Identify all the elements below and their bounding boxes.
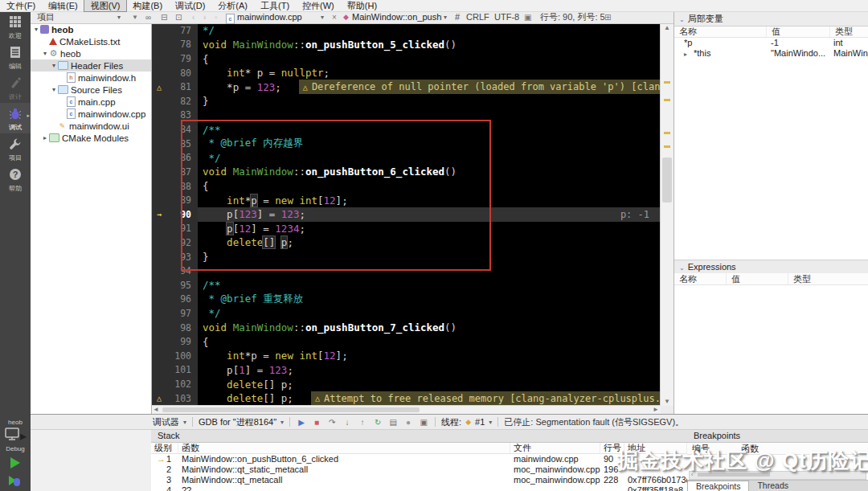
gutter[interactable]: 77	[151, 23, 198, 38]
column-header-2[interactable]: 文件	[510, 443, 600, 453]
scrollbar-thumb[interactable]	[662, 158, 672, 203]
stack-frame-row[interactable]: 4??0x7fff35ff18a8	[151, 485, 687, 491]
editor-options-icon[interactable]: ▣	[524, 11, 531, 23]
local-variable-row[interactable]: *p-1int	[674, 38, 868, 48]
split-editor-icon[interactable]: ⊞	[604, 11, 611, 23]
code-text[interactable]: }	[198, 250, 661, 264]
gutter[interactable]: →90	[151, 207, 198, 222]
stop-icon[interactable]: ■	[311, 418, 322, 427]
code-text[interactable]	[198, 108, 661, 123]
tree-item-cmakelists.txt[interactable]: CMakeLists.txt	[31, 35, 151, 47]
scroll-right-icon[interactable]: ►	[651, 406, 661, 414]
column-header-1[interactable]: 函数	[178, 443, 510, 453]
gutter[interactable]: 84	[151, 122, 198, 137]
step-into-icon[interactable]: ↓	[342, 418, 353, 427]
code-text[interactable]: {	[198, 51, 661, 66]
kit-selector-monitor-icon[interactable]: ▸	[4, 428, 27, 444]
menu-item-9[interactable]: 帮助(H)	[341, 0, 383, 11]
close-pane-icon[interactable]: ⊡	[175, 11, 182, 23]
code-text[interactable]: /**	[198, 278, 661, 293]
encoding-indicator[interactable]: UTF-8	[494, 11, 519, 23]
column-header-1[interactable]: 值	[727, 273, 788, 284]
expander-open-icon[interactable]: ▾	[50, 62, 58, 69]
menu-item-6[interactable]: 分析(A)	[211, 0, 254, 11]
code-text[interactable]: * @brief 重复释放	[198, 293, 661, 307]
column-header-1[interactable]: 函数	[736, 443, 868, 454]
code-text[interactable]: *p = 123;△Dereference of null pointer (l…	[198, 80, 661, 94]
code-text[interactable]: {	[198, 179, 661, 194]
gutter[interactable]: 98	[151, 321, 198, 335]
expand-icon[interactable]: ▸	[679, 51, 687, 58]
sidebar-mode-欢迎[interactable]: 欢迎	[0, 11, 31, 42]
run-button[interactable]	[10, 457, 20, 468]
column-header-4[interactable]: 地址	[624, 443, 687, 453]
code-text[interactable]: */	[198, 150, 661, 165]
tree-item-header-files[interactable]: ▾Header Files	[31, 59, 151, 72]
column-header-0[interactable]: 级别	[151, 443, 178, 453]
symbol-combo-caret-icon[interactable]: ▾	[444, 11, 447, 23]
open-file-combo[interactable]: mainwindow.cpp	[237, 11, 319, 23]
menu-item-8[interactable]: 控件(W)	[296, 0, 341, 11]
gutter[interactable]: 91	[151, 222, 198, 236]
scroll-left-icon[interactable]: ◄	[151, 406, 161, 414]
scroll-left-icon[interactable]: ‹	[690, 472, 693, 478]
gutter[interactable]: 94	[151, 264, 198, 278]
gutter[interactable]: 86	[151, 150, 198, 165]
local-variable-row[interactable]: ▸*this"MainWindo...MainWindo...	[674, 48, 868, 59]
scrollbar-thumb[interactable]	[698, 473, 770, 477]
code-text[interactable]: delete[] p;△Attempt to free released mem…	[198, 391, 661, 406]
tab-breakpoints[interactable]: Breakpoints	[687, 481, 749, 491]
code-text[interactable]: delete[] p;	[198, 235, 661, 250]
gutter[interactable]: 93	[151, 250, 198, 264]
sidebar-mode-帮助[interactable]: ?帮助	[0, 164, 31, 194]
menu-item-3[interactable]: 视图(V)	[84, 0, 127, 11]
symbol-combo[interactable]: MainWindow::on_pushButton_6_cl...	[352, 11, 442, 23]
stack-frame-row[interactable]: 3MainWindow::qt_metacallmoc_mainwindow.c…	[151, 475, 687, 485]
step-out-icon[interactable]: ↑	[357, 418, 368, 427]
gutter[interactable]: 83	[151, 108, 198, 123]
pane-selector-caret-icon[interactable]: ▾	[117, 11, 121, 23]
gutter[interactable]: 87	[151, 165, 198, 179]
source-list-icon[interactable]: ▤	[387, 418, 399, 427]
restart-icon[interactable]: ↻	[372, 418, 383, 427]
sidebar-mode-调试[interactable]: 调试▸	[0, 103, 31, 133]
scrollbar-thumb[interactable]	[162, 407, 420, 412]
column-header-1[interactable]: 值	[767, 26, 830, 37]
menu-item-5[interactable]: 调试(D)	[169, 0, 211, 11]
locals-pane-header[interactable]: ⌄局部变量	[674, 11, 868, 27]
code-text[interactable]: p[123] = 123;p: -1	[198, 207, 661, 222]
code-text[interactable]: void MainWindow::on_pushButton_7_clicked…	[198, 321, 661, 335]
menu-item-4[interactable]: 构建(B)	[126, 0, 169, 11]
gutter[interactable]: 79	[151, 51, 198, 66]
gutter[interactable]: 99	[151, 334, 198, 349]
forward-icon[interactable]: ›	[203, 11, 206, 23]
flyout-arrow-icon[interactable]: ▸	[27, 113, 30, 119]
split-pane-icon[interactable]: ⊟	[161, 11, 167, 23]
code-text[interactable]: * @brief 内存越界	[198, 137, 661, 151]
tree-item-mainwindow.ui[interactable]: ✎mainwindow.ui	[31, 120, 151, 132]
column-header-3[interactable]: 行号	[600, 443, 624, 453]
gutter[interactable]: △81	[151, 80, 198, 94]
back-icon[interactable]: ‹	[192, 11, 194, 23]
expander-open-icon[interactable]: ▾	[32, 26, 40, 33]
tab-threads[interactable]: Threads	[749, 481, 796, 491]
thread-selector[interactable]: #1	[475, 417, 485, 427]
debug-run-button[interactable]	[9, 475, 22, 488]
gutter[interactable]: 88	[151, 179, 198, 194]
column-header-0[interactable]: 名称	[674, 26, 767, 37]
record-icon[interactable]: ●	[403, 418, 414, 427]
sidebar-mode-设计[interactable]: 设计	[0, 72, 31, 103]
close-document-icon[interactable]: ×	[332, 11, 337, 23]
pin-document-icon[interactable]: ▫	[215, 11, 218, 23]
code-text[interactable]: int* p = nullptr;	[198, 66, 661, 80]
breakpoints-horizontal-scrollbar[interactable]: ‹	[689, 471, 866, 480]
gutter[interactable]: 85	[151, 137, 198, 151]
code-text[interactable]: /**	[198, 122, 661, 137]
menu-item-1[interactable]: 文件(F)	[0, 0, 42, 11]
column-header-0[interactable]: 编号	[687, 443, 736, 454]
gutter[interactable]: 96	[151, 293, 198, 307]
file-combo-caret-icon[interactable]: ▾	[321, 11, 324, 23]
column-header-2[interactable]: 类型	[830, 26, 868, 37]
tree-item-heob[interactable]: ▾⚙heob	[31, 47, 151, 59]
menu-item-2[interactable]: 编辑(E)	[42, 0, 84, 11]
